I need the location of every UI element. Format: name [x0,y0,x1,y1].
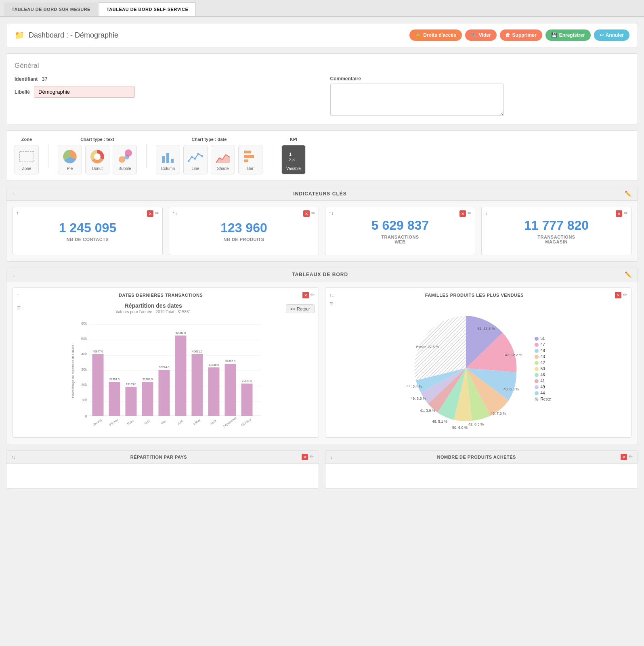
tableaux-edit-icon[interactable]: ✏️ [625,271,631,278]
commentaire-textarea[interactable] [330,84,504,116]
svg-text:30244.0: 30244.0 [159,366,169,369]
kpi-delete-produits[interactable]: ✕ [303,210,310,217]
legend-47: 47 [535,342,551,347]
svg-text:Avril: Avril [143,419,151,426]
form-left: Identifiant 37 Libellé [15,76,314,98]
familles-delete-btn[interactable]: ✕ [615,292,621,298]
indicateurs-edit-icon[interactable]: ✏️ [625,191,631,197]
legend-reste: Reste [535,397,551,401]
svg-text:Octobre: Octobre [241,417,252,427]
tableaux-section: ↓ TABLEAUX DE BORD ✏️ ↑ DATES DERNIÈRES … [6,268,638,444]
indicateurs-up-arrow[interactable]: ↑ [13,191,15,197]
legend-label-51: 51 [540,336,545,341]
pays-delete-btn[interactable]: ✕ [302,454,308,460]
bottom-panel-pays-header: ↑↓ RÉPARTITION PAR PAYS ✕ ✏ [6,451,319,464]
familles-panel-actions: ✕ ✏ [615,292,627,298]
libelle-input[interactable] [34,86,135,98]
chart-item-column[interactable]: Column [156,145,180,174]
bar-mars [126,387,137,416]
bubble-svg [117,149,132,164]
pie-icon [62,149,78,165]
dates-delete-btn[interactable]: ✕ [302,292,309,298]
kpi-group: KPI 1 2 3 Variable [281,137,306,174]
bottom-panel-produits: ↓ NOMBRE DE PRODUITS ACHETÉS ✕ ✏ [325,450,638,489]
produits-delete-btn[interactable]: ✕ [621,454,627,460]
pie-svg [62,149,78,164]
chart-familles: ↑↓ FAMILLES PRODUITS LES PLUS VENDUES ✕ … [325,287,631,438]
vider-button[interactable]: 🔧 Vider [465,29,497,41]
legend-44: 44 [535,391,551,395]
bar-octobre [241,384,253,416]
svg-rect-8 [166,153,169,163]
chart-item-bubble[interactable]: Bubble [113,145,137,174]
general-title: Général [15,62,629,70]
separator-1 [48,144,48,168]
pie-svg-container: 51: 15.8 % 47: 12.2 % 48: 8.3 % 43: 7.6 … [405,308,527,430]
date-items: Column [156,145,262,174]
produits-title: NOMBRE DE PRODUITS ACHETÉS [333,455,621,459]
variable-icon: 1 2 3 [285,149,302,165]
tab-self-service[interactable]: TABLEAU DE BORD SELF-SERVICE [99,2,196,16]
legend-dot-44 [535,391,539,395]
legend-41: 41 [535,379,551,383]
kpi-actions-contacts: ✕ ✏ [147,210,159,217]
chart-item-zone[interactable]: Zone [15,145,39,174]
svg-rect-17 [244,155,254,158]
hamburger-icon-dates[interactable]: ≡ [17,304,21,312]
hamburger-icon-familles[interactable]: ≡ [329,300,333,307]
line-icon [187,149,203,165]
droits-acces-button[interactable]: 🔒 Droits d'accès [409,29,462,41]
chart-item-bar[interactable]: Bar [238,145,262,174]
pays-arrows: ↑↓ [11,455,16,459]
trash-icon: 🗑 [506,32,510,38]
svg-text:19103.0: 19103.0 [126,383,136,386]
produits-edit-btn[interactable]: ✏ [629,454,633,460]
kpi-delete-trans-web[interactable]: ✕ [459,210,466,217]
identifiant-label: Identifiant [15,76,38,82]
tableaux-down-arrow[interactable]: ↓ [13,271,15,278]
svg-text:2 3: 2 3 [289,157,295,162]
zone-svg [19,151,35,163]
retour-button[interactable]: << Retour [286,304,315,313]
kpi-edit-contacts[interactable]: ✏ [155,210,159,217]
kpi-edit-produits[interactable]: ✏ [311,210,315,217]
chart-item-donut[interactable]: Donut [85,145,109,174]
chart-item-variable[interactable]: 1 2 3 Variable [281,145,306,174]
legend-51: 51 [535,336,551,341]
text-items: Pie Donut [58,145,137,174]
dates-edit-btn[interactable]: ✏ [310,292,315,298]
chart-item-shade[interactable]: Shade [211,145,235,174]
svg-text:42: 6.5 %: 42: 6.5 % [468,422,484,426]
familles-arrows: ↑↓ [329,293,334,298]
bar-aout [208,367,220,416]
legend-label-48: 48 [540,348,545,353]
svg-rect-9 [171,159,174,163]
produits-panel-actions: ✕ ✏ [621,454,633,460]
kpi-number-trans-mag: 11 777 820 [524,218,589,233]
kpi-number-produits: 123 960 [220,220,267,235]
svg-rect-7 [162,156,165,163]
pays-edit-btn[interactable]: ✏ [310,454,314,460]
chart-item-line[interactable]: Line [183,145,208,174]
enregistrer-button[interactable]: 💾 Enregistrer [545,29,591,41]
kpi-edit-trans-mag[interactable]: ✏ [624,210,628,217]
kpi-edit-trans-web[interactable]: ✏ [468,210,472,217]
familles-edit-btn[interactable]: ✏ [623,292,627,298]
svg-text:22288.0: 22288.0 [143,378,153,381]
chart-item-pie[interactable]: Pie [58,145,82,174]
shade-icon [215,149,231,165]
identifiant-value: 37 [42,76,47,82]
familles-panel-title: FAMILLES PRODUITS LES PLUS VENDUES [334,293,615,298]
undo-icon: ↩ [600,32,604,38]
svg-text:60k: 60k [81,321,87,325]
legend-label-reste: Reste [540,397,551,401]
svg-text:44: 3.4 %: 44: 3.4 % [407,384,422,388]
svg-text:31939.0: 31939.0 [209,363,219,366]
kpi-label-produits: NB DE PRODUITS [223,237,264,242]
supprimer-button[interactable]: 🗑 Supprimer [500,29,542,41]
kpi-delete-trans-mag[interactable]: ✕ [616,210,622,217]
legend-label-49: 49 [540,385,545,389]
annuler-button[interactable]: ↩ Annuler [594,29,629,41]
tab-sur-mesure[interactable]: TABLEAU DE BORD SUR MESURE [4,2,98,16]
kpi-delete-contacts[interactable]: ✕ [147,210,153,217]
